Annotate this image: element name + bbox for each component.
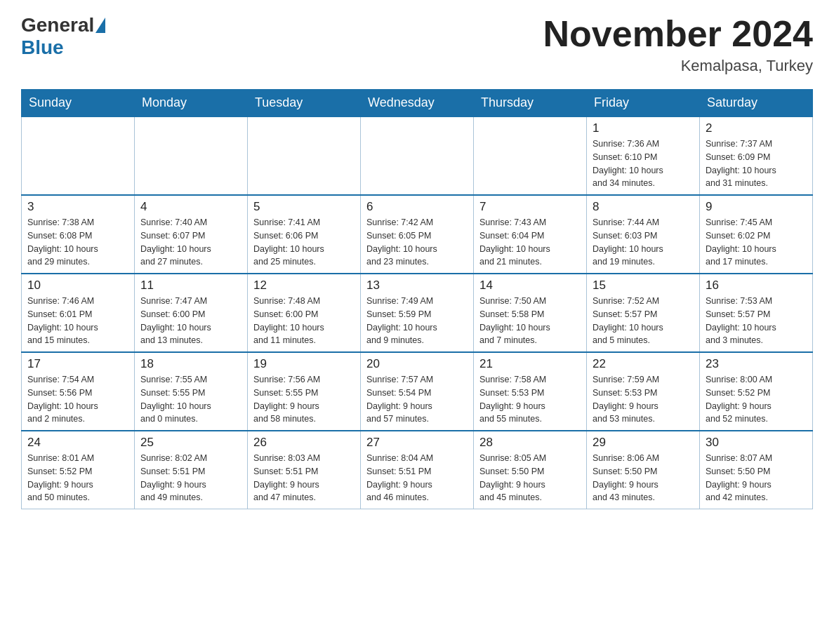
calendar-cell: 13Sunrise: 7:49 AMSunset: 5:59 PMDayligh… bbox=[361, 274, 474, 352]
day-number: 1 bbox=[593, 121, 694, 135]
calendar-cell: 20Sunrise: 7:57 AMSunset: 5:54 PMDayligh… bbox=[361, 352, 474, 431]
week-row-2: 3Sunrise: 7:38 AMSunset: 6:08 PMDaylight… bbox=[22, 195, 813, 274]
calendar-cell: 10Sunrise: 7:46 AMSunset: 6:01 PMDayligh… bbox=[22, 274, 135, 352]
day-info: Sunrise: 7:59 AMSunset: 5:53 PMDaylight:… bbox=[593, 373, 694, 426]
column-header-friday: Friday bbox=[587, 90, 700, 117]
calendar-table: SundayMondayTuesdayWednesdayThursdayFrid… bbox=[21, 89, 813, 509]
calendar-cell: 25Sunrise: 8:02 AMSunset: 5:51 PMDayligh… bbox=[135, 431, 248, 509]
day-number: 30 bbox=[706, 436, 807, 450]
day-info: Sunrise: 7:38 AMSunset: 6:08 PMDaylight:… bbox=[27, 216, 128, 269]
day-info: Sunrise: 7:52 AMSunset: 5:57 PMDaylight:… bbox=[593, 295, 694, 347]
calendar-cell: 28Sunrise: 8:05 AMSunset: 5:50 PMDayligh… bbox=[474, 431, 587, 509]
day-info: Sunrise: 7:45 AMSunset: 6:02 PMDaylight:… bbox=[706, 216, 807, 269]
day-number: 16 bbox=[706, 279, 807, 293]
calendar-cell: 5Sunrise: 7:41 AMSunset: 6:06 PMDaylight… bbox=[248, 195, 361, 274]
day-number: 26 bbox=[253, 436, 355, 450]
day-info: Sunrise: 7:44 AMSunset: 6:03 PMDaylight:… bbox=[593, 216, 694, 269]
day-number: 12 bbox=[253, 279, 355, 293]
day-info: Sunrise: 7:36 AMSunset: 6:10 PMDaylight:… bbox=[593, 137, 694, 190]
week-row-1: 1Sunrise: 7:36 AMSunset: 6:10 PMDaylight… bbox=[22, 116, 813, 195]
day-number: 19 bbox=[253, 357, 355, 371]
day-info: Sunrise: 7:48 AMSunset: 6:00 PMDaylight:… bbox=[253, 295, 355, 347]
day-number: 10 bbox=[27, 279, 128, 293]
day-info: Sunrise: 8:07 AMSunset: 5:50 PMDaylight:… bbox=[706, 452, 807, 504]
day-number: 6 bbox=[366, 200, 468, 214]
day-number: 23 bbox=[706, 357, 807, 371]
day-number: 21 bbox=[479, 357, 581, 371]
calendar-cell: 12Sunrise: 7:48 AMSunset: 6:00 PMDayligh… bbox=[248, 274, 361, 352]
column-header-sunday: Sunday bbox=[22, 90, 135, 117]
day-info: Sunrise: 8:04 AMSunset: 5:51 PMDaylight:… bbox=[366, 452, 468, 504]
calendar-cell bbox=[22, 116, 135, 195]
week-row-3: 10Sunrise: 7:46 AMSunset: 6:01 PMDayligh… bbox=[22, 274, 813, 352]
calendar-header-row: SundayMondayTuesdayWednesdayThursdayFrid… bbox=[22, 90, 813, 117]
day-number: 2 bbox=[706, 121, 807, 135]
day-info: Sunrise: 7:46 AMSunset: 6:01 PMDaylight:… bbox=[27, 295, 128, 347]
day-number: 28 bbox=[479, 436, 581, 450]
day-info: Sunrise: 7:49 AMSunset: 5:59 PMDaylight:… bbox=[366, 295, 468, 347]
calendar-cell: 9Sunrise: 7:45 AMSunset: 6:02 PMDaylight… bbox=[700, 195, 813, 274]
calendar-cell: 4Sunrise: 7:40 AMSunset: 6:07 PMDaylight… bbox=[135, 195, 248, 274]
day-number: 7 bbox=[479, 200, 581, 214]
calendar-cell: 14Sunrise: 7:50 AMSunset: 5:58 PMDayligh… bbox=[474, 274, 587, 352]
calendar-cell: 22Sunrise: 7:59 AMSunset: 5:53 PMDayligh… bbox=[587, 352, 700, 431]
day-info: Sunrise: 7:42 AMSunset: 6:05 PMDaylight:… bbox=[366, 216, 468, 269]
calendar-cell: 6Sunrise: 7:42 AMSunset: 6:05 PMDaylight… bbox=[361, 195, 474, 274]
calendar-cell: 19Sunrise: 7:56 AMSunset: 5:55 PMDayligh… bbox=[248, 352, 361, 431]
day-info: Sunrise: 7:43 AMSunset: 6:04 PMDaylight:… bbox=[479, 216, 581, 269]
calendar-cell bbox=[474, 116, 587, 195]
day-number: 14 bbox=[479, 279, 581, 293]
calendar-cell: 7Sunrise: 7:43 AMSunset: 6:04 PMDaylight… bbox=[474, 195, 587, 274]
day-number: 24 bbox=[27, 436, 128, 450]
day-number: 20 bbox=[366, 357, 468, 371]
day-info: Sunrise: 7:55 AMSunset: 5:55 PMDaylight:… bbox=[140, 373, 241, 426]
day-info: Sunrise: 7:56 AMSunset: 5:55 PMDaylight:… bbox=[253, 373, 355, 426]
location-label: Kemalpasa, Turkey bbox=[543, 57, 813, 75]
column-header-saturday: Saturday bbox=[700, 90, 813, 117]
day-number: 9 bbox=[706, 200, 807, 214]
day-number: 15 bbox=[593, 279, 694, 293]
calendar-cell: 3Sunrise: 7:38 AMSunset: 6:08 PMDaylight… bbox=[22, 195, 135, 274]
day-info: Sunrise: 8:06 AMSunset: 5:50 PMDaylight:… bbox=[593, 452, 694, 504]
day-number: 22 bbox=[593, 357, 694, 371]
week-row-5: 24Sunrise: 8:01 AMSunset: 5:52 PMDayligh… bbox=[22, 431, 813, 509]
logo-blue-text: Blue bbox=[21, 36, 64, 59]
column-header-tuesday: Tuesday bbox=[248, 90, 361, 117]
calendar-cell bbox=[135, 116, 248, 195]
day-info: Sunrise: 7:50 AMSunset: 5:58 PMDaylight:… bbox=[479, 295, 581, 347]
day-info: Sunrise: 7:37 AMSunset: 6:09 PMDaylight:… bbox=[706, 137, 807, 190]
month-title: November 2024 bbox=[543, 14, 813, 54]
column-header-monday: Monday bbox=[135, 90, 248, 117]
day-number: 29 bbox=[593, 436, 694, 450]
logo: General Blue bbox=[21, 14, 107, 59]
calendar-cell: 16Sunrise: 7:53 AMSunset: 5:57 PMDayligh… bbox=[700, 274, 813, 352]
day-info: Sunrise: 7:57 AMSunset: 5:54 PMDaylight:… bbox=[366, 373, 468, 426]
calendar-cell: 26Sunrise: 8:03 AMSunset: 5:51 PMDayligh… bbox=[248, 431, 361, 509]
day-number: 8 bbox=[593, 200, 694, 214]
calendar-cell: 23Sunrise: 8:00 AMSunset: 5:52 PMDayligh… bbox=[700, 352, 813, 431]
day-number: 11 bbox=[140, 279, 241, 293]
logo-triangle-icon bbox=[95, 18, 105, 33]
calendar-cell: 15Sunrise: 7:52 AMSunset: 5:57 PMDayligh… bbox=[587, 274, 700, 352]
calendar-cell: 2Sunrise: 7:37 AMSunset: 6:09 PMDaylight… bbox=[700, 116, 813, 195]
calendar-cell: 24Sunrise: 8:01 AMSunset: 5:52 PMDayligh… bbox=[22, 431, 135, 509]
title-area: November 2024 Kemalpasa, Turkey bbox=[543, 14, 813, 75]
day-info: Sunrise: 8:05 AMSunset: 5:50 PMDaylight:… bbox=[479, 452, 581, 504]
column-header-wednesday: Wednesday bbox=[361, 90, 474, 117]
day-number: 5 bbox=[253, 200, 355, 214]
day-info: Sunrise: 8:03 AMSunset: 5:51 PMDaylight:… bbox=[253, 452, 355, 504]
day-info: Sunrise: 7:53 AMSunset: 5:57 PMDaylight:… bbox=[706, 295, 807, 347]
calendar-cell: 18Sunrise: 7:55 AMSunset: 5:55 PMDayligh… bbox=[135, 352, 248, 431]
logo-general-text: General bbox=[21, 14, 94, 36]
week-row-4: 17Sunrise: 7:54 AMSunset: 5:56 PMDayligh… bbox=[22, 352, 813, 431]
calendar-cell: 29Sunrise: 8:06 AMSunset: 5:50 PMDayligh… bbox=[587, 431, 700, 509]
day-number: 18 bbox=[140, 357, 241, 371]
calendar-cell: 17Sunrise: 7:54 AMSunset: 5:56 PMDayligh… bbox=[22, 352, 135, 431]
day-number: 27 bbox=[366, 436, 468, 450]
day-info: Sunrise: 7:47 AMSunset: 6:00 PMDaylight:… bbox=[140, 295, 241, 347]
day-number: 13 bbox=[366, 279, 468, 293]
day-number: 4 bbox=[140, 200, 241, 214]
page-header: General Blue November 2024 Kemalpasa, Tu… bbox=[21, 14, 813, 75]
calendar-cell bbox=[248, 116, 361, 195]
calendar-cell: 27Sunrise: 8:04 AMSunset: 5:51 PMDayligh… bbox=[361, 431, 474, 509]
